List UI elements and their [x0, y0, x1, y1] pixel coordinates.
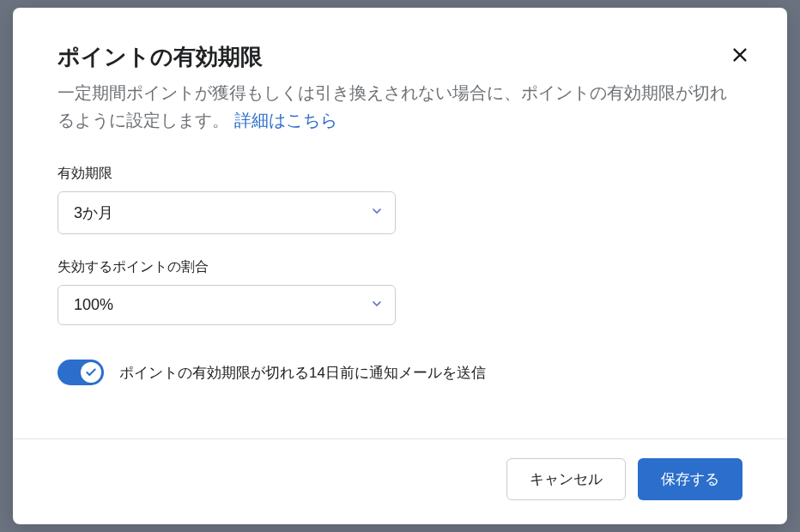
modal-title: ポイントの有効期限	[58, 42, 742, 72]
notification-toggle-row: ポイントの有効期限が切れる14日前に通知メールを送信	[58, 360, 742, 385]
modal-description: 一定期間ポイントが獲得もしくは引き換えされない場合に、ポイントの有効期限が切れる…	[58, 79, 742, 134]
expiry-field-group: 有効期限 3か月	[58, 165, 742, 234]
modal-footer: キャンセル 保存する	[13, 438, 787, 524]
points-expiry-modal: ポイントの有効期限 一定期間ポイントが獲得もしくは引き換えされない場合に、ポイン…	[13, 8, 787, 524]
percentage-select[interactable]: 100%	[58, 285, 396, 325]
save-button[interactable]: 保存する	[638, 458, 742, 500]
notification-toggle[interactable]	[58, 360, 104, 385]
expiry-select[interactable]: 3か月	[58, 191, 396, 234]
expiry-label: 有効期限	[58, 165, 742, 183]
description-text: 一定期間ポイントが獲得もしくは引き換えされない場合に、ポイントの有効期限が切れる…	[58, 83, 727, 130]
percentage-label: 失効するポイントの割合	[58, 258, 742, 276]
cancel-button[interactable]: キャンセル	[506, 458, 626, 500]
toggle-knob	[81, 362, 101, 383]
close-button[interactable]	[727, 42, 753, 68]
expiry-select-wrap: 3か月	[58, 191, 396, 234]
notification-toggle-label: ポイントの有効期限が切れる14日前に通知メールを送信	[119, 363, 486, 383]
percentage-field-group: 失効するポイントの割合 100%	[58, 258, 742, 325]
check-icon	[85, 366, 97, 378]
percentage-select-wrap: 100%	[58, 285, 396, 325]
learn-more-link[interactable]: 詳細はこちら	[234, 111, 337, 130]
modal-body: ポイントの有効期限 一定期間ポイントが獲得もしくは引き換えされない場合に、ポイン…	[13, 8, 787, 438]
close-icon	[730, 45, 749, 64]
